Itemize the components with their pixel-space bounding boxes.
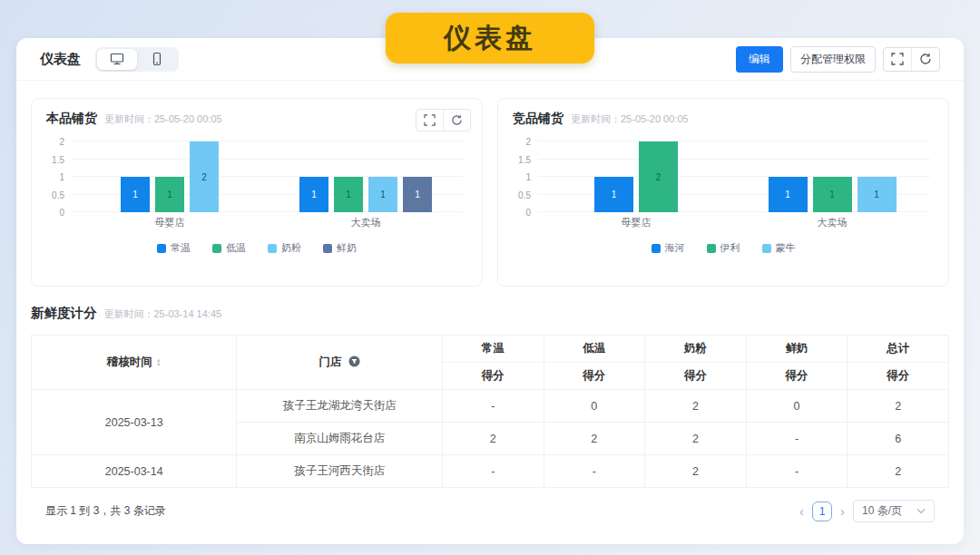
competitors-bar-chart: 00.511.5212111 母婴店大卖场 海河伊利蒙牛 bbox=[498, 141, 948, 255]
y-axis-tick: 0 bbox=[504, 208, 531, 218]
bar-value-label: 1 bbox=[132, 190, 138, 200]
page-size-select[interactable]: 10 条/页 bbox=[853, 500, 935, 522]
assign-permission-button[interactable]: 分配管理权限 bbox=[790, 46, 876, 73]
score-cell: 2 bbox=[645, 390, 747, 423]
update-time-label: 更新时间： bbox=[104, 113, 154, 124]
score-column-header: 低温 bbox=[544, 336, 645, 363]
score-cell: - bbox=[746, 423, 848, 455]
legend-swatch bbox=[268, 244, 277, 253]
chart-refresh-icon[interactable] bbox=[443, 110, 470, 131]
legend-swatch bbox=[652, 244, 661, 253]
bar-value-label: 1 bbox=[829, 190, 835, 200]
bar-value-label: 1 bbox=[874, 190, 879, 200]
x-axis-label: 母婴店 bbox=[72, 216, 268, 229]
legend-label: 海河 bbox=[665, 241, 685, 255]
score-column-header: 鲜奶 bbox=[746, 336, 848, 363]
chart-plot-area: 00.511.521121111 bbox=[72, 141, 464, 212]
bar-value-label: 1 bbox=[785, 190, 790, 200]
edit-button[interactable]: 编辑 bbox=[736, 46, 783, 73]
page-number-button[interactable]: 1 bbox=[812, 501, 832, 521]
score-cell: 2 bbox=[442, 423, 544, 455]
desktop-view-button[interactable] bbox=[97, 49, 137, 70]
legend-swatch bbox=[323, 244, 332, 253]
y-axis-tick: 1 bbox=[504, 172, 531, 182]
chart-tools bbox=[416, 109, 471, 131]
update-time-label: 更新时间： bbox=[104, 308, 154, 319]
audit-date-cell: 2025-03-13 bbox=[32, 390, 237, 455]
y-axis-tick: 0 bbox=[37, 208, 64, 218]
store-name-cell: 南京山姆雨花台店 bbox=[237, 423, 442, 455]
legend-label: 鲜奶 bbox=[337, 241, 357, 255]
filter-icon[interactable] bbox=[348, 355, 360, 367]
legend-item[interactable]: 伊利 bbox=[707, 241, 740, 255]
y-axis-tick: 2 bbox=[37, 137, 64, 147]
chart-card-own-products: 本品铺货 更新时间：25-05-20 00:05 bbox=[31, 98, 483, 287]
legend-swatch bbox=[212, 244, 221, 253]
score-sub-header: 得分 bbox=[645, 363, 747, 390]
legend-item[interactable]: 奶粉 bbox=[268, 241, 301, 255]
freshness-score-table: 稽核时间▲▼ 门店 常温低温奶粉鲜奶总计 得分得分得分得分得分 bbox=[31, 335, 949, 488]
legend-item[interactable]: 常温 bbox=[157, 241, 191, 255]
update-time-value: 25-05-20 00:05 bbox=[621, 113, 689, 124]
pagination: ‹ 1 › 10 条/页 bbox=[799, 500, 935, 522]
sort-icon[interactable]: ▲▼ bbox=[156, 358, 162, 367]
chart-x-axis: 母婴店大卖场 bbox=[538, 216, 930, 229]
legend-label: 蒙牛 bbox=[776, 241, 796, 255]
mobile-icon bbox=[150, 52, 164, 66]
bar: 1 bbox=[769, 177, 808, 212]
device-toggle bbox=[95, 47, 179, 72]
refresh-icon[interactable] bbox=[911, 48, 939, 71]
header-cell-audit-time[interactable]: 稽核时间▲▼ bbox=[32, 336, 237, 390]
prev-page-icon[interactable]: ‹ bbox=[799, 504, 804, 518]
bar-value-label: 1 bbox=[311, 190, 317, 200]
score-cell: - bbox=[442, 390, 544, 423]
x-axis-label: 母婴店 bbox=[538, 216, 734, 229]
legend-item[interactable]: 鲜奶 bbox=[323, 241, 357, 255]
bar-value-label: 1 bbox=[415, 190, 420, 200]
score-cell: 0 bbox=[746, 390, 848, 423]
update-time-value: 25-05-20 00:05 bbox=[154, 113, 222, 124]
score-sub-header: 得分 bbox=[848, 363, 949, 390]
score-cell: 0 bbox=[544, 390, 645, 423]
score-column-header: 总计 bbox=[848, 336, 949, 363]
legend-swatch bbox=[762, 244, 771, 253]
chart-x-axis: 母婴店大卖场 bbox=[72, 216, 464, 229]
legend-label: 低温 bbox=[226, 241, 246, 255]
bar: 1 bbox=[594, 177, 633, 212]
y-axis-tick: 1.5 bbox=[37, 154, 64, 164]
legend-item[interactable]: 海河 bbox=[652, 241, 685, 255]
bar-value-label: 1 bbox=[346, 190, 351, 200]
bar: 1 bbox=[858, 177, 897, 212]
mobile-view-button[interactable] bbox=[137, 49, 177, 70]
bar: 1 bbox=[299, 177, 328, 212]
legend-label: 奶粉 bbox=[281, 241, 301, 255]
header-cell-store[interactable]: 门店 bbox=[237, 336, 442, 390]
bar-group: 112 bbox=[72, 141, 268, 212]
score-cell: 2 bbox=[645, 423, 747, 455]
bar-value-label: 2 bbox=[201, 172, 207, 182]
chart-legend: 海河伊利蒙牛 bbox=[498, 241, 948, 255]
chevron-down-icon bbox=[916, 508, 926, 514]
own-products-bar-chart: 00.511.521121111 母婴店大卖场 常温低温奶粉鲜奶 bbox=[32, 141, 482, 255]
x-axis-label: 大卖场 bbox=[734, 216, 930, 229]
bar: 1 bbox=[334, 177, 363, 212]
table-footer: 显示 1 到 3，共 3 条记录 ‹ 1 › 10 条/页 bbox=[31, 488, 949, 534]
bar-group: 12 bbox=[538, 141, 734, 212]
store-name-cell: 孩子王河西天街店 bbox=[237, 455, 442, 488]
bar: 1 bbox=[155, 177, 184, 212]
legend-label: 伊利 bbox=[720, 241, 740, 255]
chart-legend: 常温低温奶粉鲜奶 bbox=[32, 241, 482, 255]
monitor-icon bbox=[110, 52, 124, 66]
score-cell: 2 bbox=[544, 423, 645, 455]
table-section-title: 新鲜度计分 bbox=[31, 305, 97, 322]
fullscreen-icon[interactable] bbox=[884, 48, 911, 71]
bar: 1 bbox=[368, 177, 397, 212]
chart-fullscreen-icon[interactable] bbox=[416, 110, 443, 131]
y-axis-tick: 2 bbox=[504, 137, 531, 147]
legend-item[interactable]: 低温 bbox=[212, 241, 246, 255]
chart-plot-area: 00.511.5212111 bbox=[538, 141, 930, 212]
y-axis-tick: 0.5 bbox=[37, 190, 64, 200]
legend-item[interactable]: 蒙牛 bbox=[762, 241, 796, 255]
next-page-icon[interactable]: › bbox=[840, 504, 845, 518]
charts-row: 本品铺货 更新时间：25-05-20 00:05 bbox=[16, 81, 964, 287]
